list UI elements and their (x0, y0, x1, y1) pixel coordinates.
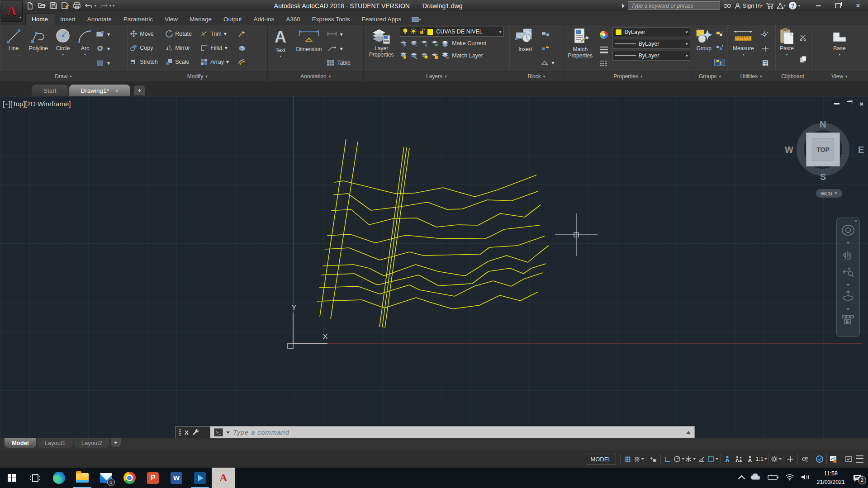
snap-mode-toggle[interactable] (633, 453, 645, 465)
layer-properties-button[interactable]: Layer Properties (365, 26, 397, 71)
lineweight-combo[interactable]: ByLayer ▾ (612, 39, 690, 49)
trim-dropdown[interactable]: ▾ (224, 30, 227, 37)
panel-label-view[interactable]: View▾ (811, 71, 868, 81)
tab-express-tools[interactable]: Express Tools (306, 14, 356, 25)
movies-tv-taskbar-icon[interactable] (188, 468, 212, 488)
dimension-dropdown[interactable]: ▾ (340, 31, 342, 38)
attribute-dropdown[interactable]: ▾ (551, 59, 554, 66)
panel-label-layers[interactable]: Layers▾ (364, 71, 509, 81)
start-button[interactable] (0, 468, 24, 488)
explode-button[interactable] (237, 44, 251, 52)
tab-view[interactable]: View (159, 14, 184, 25)
cut-scissors-icon-button[interactable] (797, 34, 809, 41)
tab-a360[interactable]: A360 (280, 14, 306, 25)
tab-layout2[interactable]: Layout2 (74, 438, 109, 448)
snap-dropdown-icon[interactable] (641, 458, 644, 460)
search-icon[interactable] (723, 3, 731, 9)
arc-dropdown[interactable]: ▾ (84, 52, 86, 57)
match-properties-button[interactable]: Match Properties (565, 26, 595, 71)
paste-button[interactable]: Paste ▾ (777, 26, 797, 71)
redo-button[interactable] (99, 2, 108, 10)
viewcube-south[interactable]: S (820, 172, 826, 182)
viewcube-top-face[interactable]: TOP (806, 133, 840, 166)
mirror-button[interactable]: Mirror (165, 44, 200, 52)
group-button[interactable]: Group (694, 26, 713, 71)
panel-label-properties[interactable]: Properties▾ (564, 71, 692, 81)
object-color-combo[interactable]: ByLayer ▾ (612, 27, 690, 37)
tab-manage[interactable]: Manage (184, 14, 218, 25)
performance-monitor-button[interactable] (828, 453, 840, 465)
powerpoint-taskbar-icon[interactable]: P (141, 468, 165, 488)
scale-button[interactable]: Scale (165, 58, 200, 66)
layer-on-bulb-icon[interactable] (403, 28, 408, 36)
layer-color-swatch[interactable] (427, 28, 434, 35)
tray-expand-chevron-icon[interactable] (738, 475, 745, 483)
chrome-taskbar-icon[interactable] (118, 468, 141, 488)
annotation-scale-value[interactable]: 1:1 (756, 453, 767, 465)
donut-tool-button[interactable]: ▾ (96, 45, 124, 52)
orbit-dropdown-icon[interactable] (846, 308, 850, 310)
file-explorer-taskbar-icon[interactable] (71, 468, 94, 488)
command-history-toggle[interactable] (686, 431, 691, 434)
word-taskbar-icon[interactable]: W (165, 468, 188, 488)
viewcube-north[interactable]: N (820, 119, 826, 130)
plot-button[interactable] (72, 2, 81, 10)
rotate-button[interactable]: Rotate (165, 30, 200, 38)
linetype-combo[interactable]: ByLayer ▾ (612, 51, 690, 61)
dimension-button[interactable]: Dimension (293, 26, 325, 71)
scale-dropdown-icon[interactable] (764, 458, 767, 460)
zoom-icon[interactable] (841, 265, 855, 280)
measure-dropdown[interactable]: ▾ (742, 52, 744, 57)
id-point-icon-button[interactable] (759, 45, 772, 52)
circle-button[interactable]: Circle ▾ (52, 26, 74, 71)
tab-output[interactable]: Output (218, 14, 248, 25)
polar-tracking-toggle[interactable] (674, 453, 685, 465)
paste-dropdown[interactable]: ▾ (786, 52, 788, 57)
leader-button[interactable]: ▾ (327, 45, 361, 52)
pan-hand-icon[interactable] (842, 248, 854, 261)
close-button[interactable]: × (848, 0, 868, 11)
workspace-switching-button[interactable] (770, 453, 782, 465)
base-button[interactable]: Base ▾ (827, 26, 852, 71)
edit-attribute-button[interactable] (541, 45, 559, 51)
customization-menu-button[interactable] (854, 453, 865, 465)
command-line-grip[interactable]: X (176, 426, 210, 438)
polar-dropdown-icon[interactable] (682, 458, 684, 460)
color-combo-dropdown[interactable]: ▾ (686, 30, 688, 34)
volume-icon[interactable] (801, 474, 811, 483)
viewcube-west[interactable]: W (785, 145, 793, 155)
leader-dropdown[interactable]: ▾ (340, 45, 342, 52)
ribbon-options-button[interactable]: ▾ (412, 17, 421, 25)
file-tab-drawing1[interactable]: Drawing1* × (69, 85, 131, 96)
copy-button[interactable]: Copy (130, 44, 165, 52)
hatch-tool-button[interactable]: ▾ (96, 59, 124, 66)
edit-block-button[interactable] (541, 31, 559, 37)
annotation-visibility-toggle[interactable] (722, 453, 733, 465)
navigation-bar[interactable]: ✕ (836, 218, 860, 337)
tab-parametric[interactable]: Parametric (118, 14, 159, 25)
search-input[interactable] (628, 1, 720, 10)
quick-calculator-icon-button[interactable] (759, 60, 772, 66)
object-snap-tracking-toggle[interactable] (696, 453, 707, 465)
match-layer-button[interactable]: Match Layer (452, 52, 483, 59)
offset-button[interactable] (237, 58, 251, 66)
wcs-selector[interactable]: WCS▼ (816, 189, 842, 198)
drawing-restore-button[interactable] (847, 101, 852, 106)
help-icon[interactable]: ? (789, 2, 797, 9)
action-center-button[interactable]: 2 (851, 472, 863, 484)
rectangle-tool-button[interactable]: ▾ (96, 30, 124, 38)
navbar-close-icon[interactable]: ✕ (854, 219, 858, 223)
tab-model[interactable]: Model (5, 438, 36, 448)
layer-lock-icon[interactable] (419, 28, 425, 36)
command-input-area[interactable]: >_ Type a command (210, 426, 694, 438)
line-button[interactable]: Line (2, 26, 25, 71)
grid-display-toggle[interactable] (622, 453, 633, 465)
edge-taskbar-icon[interactable] (47, 468, 71, 488)
quick-select-icon-button[interactable] (759, 31, 772, 38)
customize-wrench-icon[interactable] (192, 428, 199, 437)
ungroup-icon-button[interactable] (714, 31, 726, 37)
erase-button[interactable] (237, 30, 251, 38)
base-dropdown[interactable]: ▾ (839, 52, 840, 57)
new-drawing-tab-button[interactable]: + (134, 85, 145, 95)
application-menu-button[interactable]: A ▾ (1, 0, 23, 22)
